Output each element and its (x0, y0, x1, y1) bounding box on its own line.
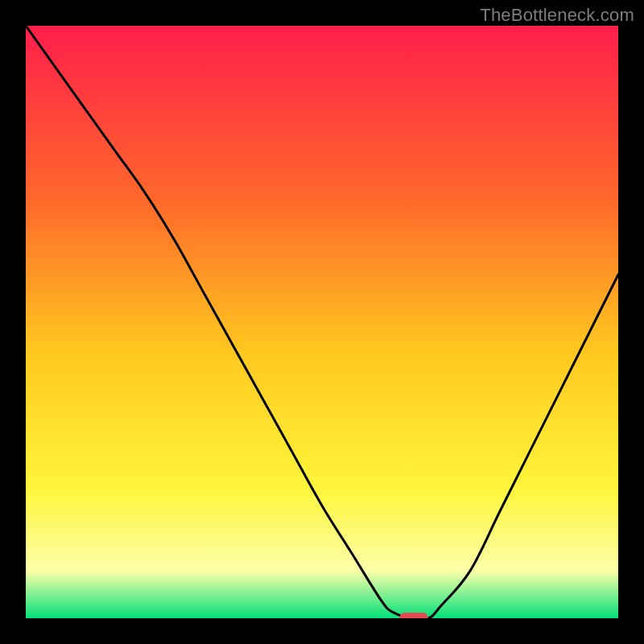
chart-frame: TheBottleneck.com (0, 0, 644, 644)
plot-area (26, 26, 618, 618)
gradient-background (26, 26, 618, 618)
minimum-marker (399, 613, 429, 618)
watermark-text: TheBottleneck.com (480, 5, 634, 26)
chart-svg (26, 26, 618, 618)
